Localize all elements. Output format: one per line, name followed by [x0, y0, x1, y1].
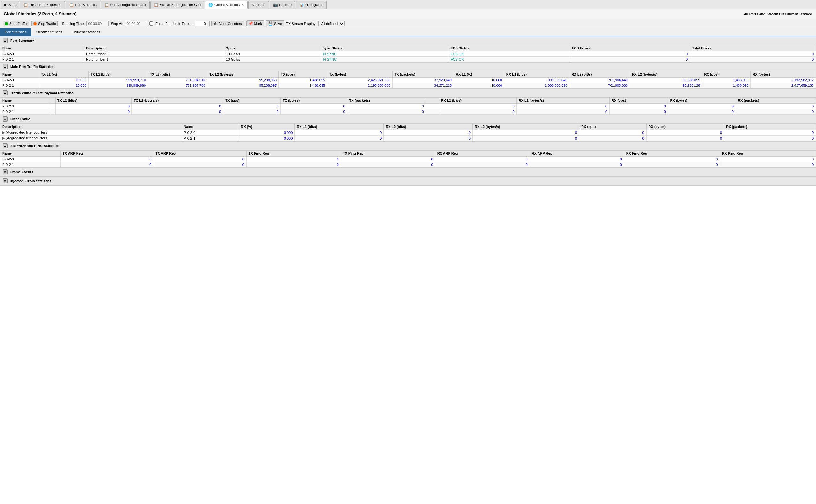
col-fcs-errors: FCS Errors: [570, 45, 690, 51]
cell-rx-l2-bytes: 95,238,128: [630, 83, 702, 88]
cell-speed: 10 Gbit/s: [224, 57, 320, 62]
cell-tx-packets: 37,920,649: [392, 78, 454, 83]
main-traffic-collapse-btn[interactable]: ▲: [3, 64, 8, 69]
cell-description: Port number 0: [84, 51, 224, 57]
tab-port-statistics[interactable]: 📋 Port Statistics: [66, 1, 100, 9]
col-rx-l2-bytes: RX L2 (bytes/s): [630, 71, 702, 78]
tab-chimera-statistics-content[interactable]: Chimera Statistics: [67, 28, 105, 36]
tab-filters[interactable]: ▽ Filters: [248, 1, 269, 9]
port-summary-section: ▲ Port Summary Name Description Speed Sy…: [0, 36, 816, 63]
cell-name: P-0-2-0: [0, 51, 84, 57]
tab-capture[interactable]: 📷 Capture: [270, 1, 295, 9]
cell-fcs-status: FCS OK: [449, 57, 570, 62]
cell-tx-l1-pct: 10.000: [39, 83, 88, 88]
start-traffic-button[interactable]: Start Traffic: [3, 21, 29, 26]
no-payload-header[interactable]: ▲ Traffic Without Test Payload Statistic…: [0, 89, 816, 97]
no-payload-table: Name TX L2 (bit/s) TX L2 (bytes/s) TX (p…: [0, 97, 816, 115]
cell-tx-l2-bits: 761,904,510: [148, 78, 207, 83]
arp-ping-header[interactable]: ▲ ARP/NDP and PING Statistics: [0, 142, 816, 150]
tab-start[interactable]: ▶ Start: [1, 1, 19, 9]
tab-port-statistics-content[interactable]: Port Statistics: [0, 28, 31, 36]
col-tx-pps: TX (pps): [279, 71, 327, 78]
cell-mid-spacer: [426, 104, 439, 109]
cell-rx-l2-bits: 761,905,030: [569, 83, 630, 88]
no-payload-collapse-btn[interactable]: ▲: [3, 90, 8, 95]
cell-rx-pps: 1,488,095: [702, 78, 751, 83]
col-rx-l2-bytes: RX L2 (bytes/s): [472, 124, 579, 130]
errors-input[interactable]: [195, 21, 207, 26]
tab-port-config-grid[interactable]: 📋 Port Configuration Grid: [101, 1, 150, 9]
stop-traffic-button[interactable]: Stop Traffic: [31, 21, 58, 26]
save-button[interactable]: 💾 Save: [266, 20, 284, 26]
arp-ping-content: Name TX ARP Req TX ARP Rep TX Ping Req T…: [0, 150, 816, 167]
cell-rx-l1-bits: 0: [295, 136, 384, 141]
cell-tx-bytes: 2,193,358,080: [327, 83, 392, 88]
errors-label: Errors:: [182, 22, 193, 26]
col-tx-l1-bits: TX L1 (bit/s): [88, 71, 148, 78]
start-traffic-icon: [5, 22, 8, 25]
tab-global-statistics[interactable]: 🌐 Global Statistics ✕: [205, 1, 248, 9]
row-expand-icon[interactable]: ▶: [2, 130, 5, 134]
table-row: P-0-2-0 10.000 999,999,710 761,904,510 9…: [0, 78, 816, 83]
cell-rx-packets: 0: [736, 104, 816, 109]
cell-description: ▶ (Aggregated filter counters): [0, 130, 182, 136]
no-payload-table-wrapper: Name TX L2 (bit/s) TX L2 (bytes/s) TX (p…: [0, 97, 816, 115]
frame-events-collapse-btn[interactable]: ▼: [3, 169, 8, 174]
tab-resource-properties[interactable]: 📋 Resource Properties: [20, 1, 65, 9]
cell-rx-l1-bits: 0: [295, 130, 384, 136]
cell-rx-packets: 0: [736, 109, 816, 115]
toolbar: Start Traffic Stop Traffic Running Time:…: [0, 19, 816, 28]
clear-counters-button[interactable]: 🗑 Clear Counters: [211, 21, 244, 26]
frame-events-section: ▼ Frame Events: [0, 168, 816, 177]
running-time-label: Running Time:: [62, 22, 85, 26]
col-rx-l2-bytes: RX L2 (bytes/s): [516, 98, 609, 104]
col-description: Description: [84, 45, 224, 51]
cell-tx-ping-req: 0: [246, 162, 341, 167]
mark-button[interactable]: 📌 Mark: [246, 20, 264, 26]
cell-rx-ping-req: 0: [624, 162, 720, 167]
cell-name: P-0-2-1: [0, 57, 84, 62]
injected-errors-header[interactable]: ▼ Injected Errors Statistics: [0, 177, 816, 185]
tab-stream-config-grid[interactable]: 📋 Stream Configuration Grid: [150, 1, 204, 9]
table-row: P-0-2-1 10.000 999,999,980 761,904,780 9…: [0, 83, 816, 88]
col-tx-l1-pct: TX L1 (%): [39, 71, 88, 78]
running-time-input[interactable]: [86, 21, 109, 26]
col-rx-ping-req: RX Ping Req: [624, 151, 720, 157]
cell-tx-l2-bits: 0: [55, 104, 131, 109]
col-name: Name: [0, 45, 84, 51]
global-stats-tab-icon: 🌐: [208, 3, 213, 7]
port-summary-table: Name Description Speed Sync Status FCS S…: [0, 45, 816, 62]
port-summary-collapse-btn[interactable]: ▲: [3, 38, 8, 43]
cell-rx-bytes: 2,192,582,912: [751, 78, 816, 83]
col-rx-bytes: RX (bytes): [751, 71, 816, 78]
injected-errors-collapse-btn[interactable]: ▼: [3, 178, 8, 183]
stop-at-input[interactable]: [125, 21, 147, 26]
tab-histograms[interactable]: 📊 Histograms: [296, 1, 327, 9]
force-port-limit-checkbox[interactable]: [149, 21, 153, 26]
cell-rx-ping-req: 0: [624, 157, 720, 162]
cell-description: ▶ (Aggregated filter counters): [0, 136, 182, 141]
filter-traffic-table-wrapper: Description Name RX (%) RX L1 (bit/s) RX…: [0, 123, 816, 141]
filter-traffic-header[interactable]: ▲ Filter Traffic: [0, 115, 816, 123]
port-summary-header[interactable]: ▲ Port Summary: [0, 36, 816, 45]
cell-tx-l2-bytes: 0: [131, 109, 223, 115]
main-traffic-header[interactable]: ▲ Main Port Traffic Statistics: [0, 63, 816, 71]
tx-stream-display-select[interactable]: All defined: [318, 21, 345, 26]
cell-name: P-0-2-1: [0, 162, 61, 167]
col-rx-bytes: RX (bytes): [668, 98, 736, 104]
cell-tx-pps: 0: [223, 109, 281, 115]
col-rx-l2-bits: RX L2 (bit/s): [569, 71, 630, 78]
filter-traffic-collapse-btn[interactable]: ▲: [3, 116, 8, 122]
mark-icon: 📌: [249, 21, 253, 26]
arp-ping-collapse-btn[interactable]: ▲: [3, 143, 8, 148]
col-description: Description: [0, 124, 182, 130]
cell-mid-spacer: [426, 109, 439, 115]
capture-tab-icon: 📷: [273, 3, 278, 7]
cell-name: P-0-2-1: [182, 136, 239, 141]
frame-events-title: Frame Events: [10, 170, 33, 174]
frame-events-header[interactable]: ▼ Frame Events: [0, 168, 816, 176]
tab-stream-statistics-content[interactable]: Stream Statistics: [31, 28, 67, 36]
global-stats-close-btn[interactable]: ✕: [241, 3, 244, 6]
row-expand-icon[interactable]: ▶: [2, 136, 5, 140]
col-tx-ping-req: TX Ping Req: [246, 151, 341, 157]
